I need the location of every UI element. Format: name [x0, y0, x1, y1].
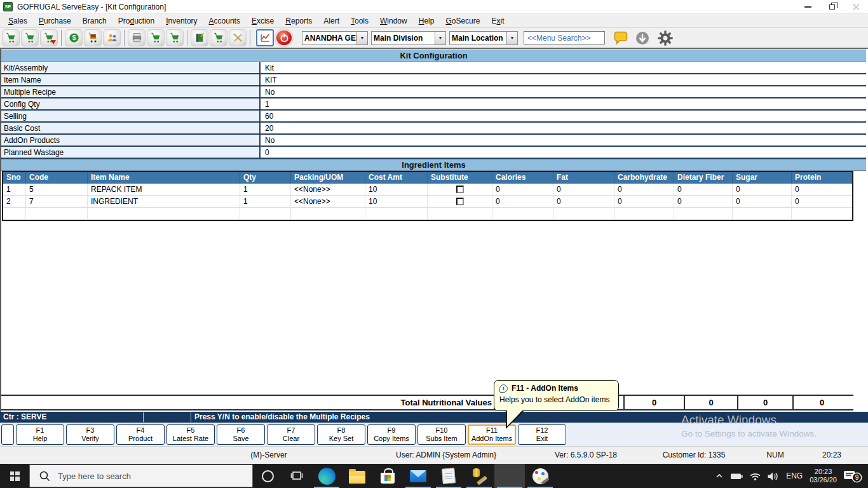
gear-icon[interactable]: [656, 29, 674, 47]
purchase-trolley-icon[interactable]: [84, 29, 102, 46]
menu-item-branch[interactable]: Branch: [77, 15, 112, 27]
menu-item-exit[interactable]: Exit: [485, 15, 510, 27]
chevron-down-icon[interactable]: ▼: [435, 32, 445, 44]
field-value-addon-products[interactable]: No: [261, 135, 866, 146]
user-dropdown[interactable]: ANANDHA GEET ▼: [302, 31, 368, 45]
blank-button[interactable]: [1, 424, 14, 445]
paint-taskbar-button[interactable]: [525, 464, 555, 488]
money-tap-icon[interactable]: [65, 29, 83, 46]
sales-bill-cart-icon[interactable]: [21, 29, 39, 46]
location-dropdown[interactable]: Main Location ▼: [449, 31, 518, 45]
battery-icon[interactable]: [730, 471, 743, 481]
menu-item-reports[interactable]: Reports: [280, 15, 318, 27]
fkey-f7[interactable]: F7Clear: [267, 424, 315, 445]
speaker-icon[interactable]: [767, 471, 779, 482]
menu-item-alert[interactable]: Alert: [318, 15, 345, 27]
download-circle-icon[interactable]: [635, 30, 650, 46]
tray-clock[interactable]: 20:23 03/26/20: [810, 468, 837, 484]
cell-fat[interactable]: 0: [553, 184, 614, 196]
stock-cart-icon[interactable]: [166, 29, 184, 46]
chevron-down-icon[interactable]: ▼: [506, 32, 517, 44]
file-explorer-taskbar-button[interactable]: [342, 464, 372, 488]
item-cart-icon[interactable]: [147, 29, 165, 46]
database-tools-taskbar-button[interactable]: [464, 464, 494, 488]
cell-sugar[interactable]: 0: [733, 196, 792, 208]
field-value-kit-assembly[interactable]: Kit: [261, 62, 866, 73]
cell-protein[interactable]: 0: [792, 184, 852, 196]
cell-sno[interactable]: 2: [3, 196, 26, 208]
cell-code[interactable]: 5: [26, 184, 88, 196]
tray-chevron-up-icon[interactable]: [714, 471, 724, 480]
fkey-f8[interactable]: F8Key Set: [317, 424, 365, 445]
fkey-f3[interactable]: F3Verify: [66, 424, 114, 445]
mail-taskbar-button[interactable]: [403, 464, 433, 488]
field-value-config-qty[interactable]: 1: [261, 98, 866, 109]
menu-item-accounts[interactable]: Accounts: [203, 15, 246, 27]
fkey-f12[interactable]: F12Exit: [518, 424, 566, 445]
substitute-checkbox[interactable]: [456, 198, 464, 205]
sales-cart-icon[interactable]: [2, 29, 20, 46]
restore-button[interactable]: [820, 0, 844, 13]
cell-cost[interactable]: 10: [365, 184, 428, 196]
field-value-multiple-recipe[interactable]: No: [261, 86, 866, 97]
menu-item-help[interactable]: Help: [413, 15, 440, 27]
menu-item-inventory[interactable]: Inventory: [160, 15, 203, 27]
chat-bubble-icon[interactable]: [613, 29, 630, 46]
division-dropdown[interactable]: Main Division ▼: [371, 31, 446, 45]
menu-item-production[interactable]: Production: [112, 15, 160, 27]
cell-item[interactable]: REPACK ITEM: [88, 184, 240, 196]
notification-center-icon[interactable]: 9: [843, 468, 863, 484]
menu-search-input[interactable]: [524, 31, 605, 44]
serveeasy-app-taskbar-button[interactable]: [494, 464, 525, 488]
fkey-f5[interactable]: F5Latest Rate: [166, 424, 215, 445]
cell-calories[interactable]: 0: [492, 196, 553, 208]
fkey-f1[interactable]: F1Help: [16, 424, 64, 445]
cell-fiber[interactable]: 0: [674, 184, 733, 196]
cell-carb[interactable]: 0: [614, 184, 674, 196]
power-logout-icon[interactable]: [275, 29, 293, 46]
printer-icon[interactable]: [128, 29, 146, 46]
cell-calories[interactable]: 0: [492, 184, 553, 196]
cell-packing[interactable]: <<None>>: [291, 184, 365, 196]
cell-fiber[interactable]: 0: [674, 196, 733, 208]
cell-substitute[interactable]: [428, 196, 492, 208]
menu-item-sales[interactable]: Sales: [3, 15, 33, 27]
field-value-basic-cost[interactable]: 20: [261, 123, 866, 133]
start-button[interactable]: [0, 464, 29, 488]
report-chart-icon[interactable]: [256, 29, 274, 46]
fkey-f4[interactable]: F4Product: [116, 424, 165, 445]
tools-wrench-icon[interactable]: [229, 29, 247, 46]
menu-item-gosecure[interactable]: GoSecure: [440, 15, 485, 27]
menu-item-purchase[interactable]: Purchase: [33, 15, 77, 27]
cell-item[interactable]: INGREDIENT: [88, 196, 240, 208]
cell-cost[interactable]: 10: [365, 196, 428, 208]
cell-code[interactable]: 7: [26, 196, 88, 208]
customers-icon[interactable]: [103, 29, 121, 46]
menu-item-window[interactable]: Window: [374, 15, 413, 27]
taskbar-search-input[interactable]: [58, 471, 217, 481]
ledger-book-icon[interactable]: [191, 29, 208, 46]
microsoft-store-taskbar-button[interactable]: [372, 464, 403, 488]
cell-packing[interactable]: <<None>>: [291, 196, 365, 208]
notepad-taskbar-button[interactable]: [433, 464, 464, 488]
fkey-f9[interactable]: F9Copy Items: [367, 424, 416, 445]
cart-red-arrow-icon[interactable]: [40, 29, 58, 46]
cell-sugar[interactable]: 0: [733, 184, 792, 196]
cell-carb[interactable]: 0: [614, 196, 674, 208]
field-value-item-name[interactable]: KIT: [261, 74, 866, 85]
cortana-button[interactable]: [253, 464, 282, 488]
kit-cart-icon[interactable]: [210, 29, 227, 46]
field-value-planned-wastage[interactable]: 0: [261, 147, 866, 158]
substitute-checkbox[interactable]: [456, 186, 464, 193]
cell-qty[interactable]: 1: [240, 184, 291, 196]
cell-protein[interactable]: 0: [792, 196, 852, 208]
chevron-down-icon[interactable]: ▼: [356, 32, 367, 44]
taskbar-search[interactable]: [29, 464, 253, 487]
close-button[interactable]: [844, 0, 868, 13]
cell-sno[interactable]: 1: [3, 184, 26, 196]
fkey-f10[interactable]: F10Subs Item: [417, 424, 466, 445]
wifi-icon[interactable]: [749, 471, 761, 481]
cell-substitute[interactable]: [428, 184, 492, 196]
cell-fat[interactable]: 0: [553, 196, 614, 208]
fkey-f6[interactable]: F6Save: [217, 424, 265, 445]
